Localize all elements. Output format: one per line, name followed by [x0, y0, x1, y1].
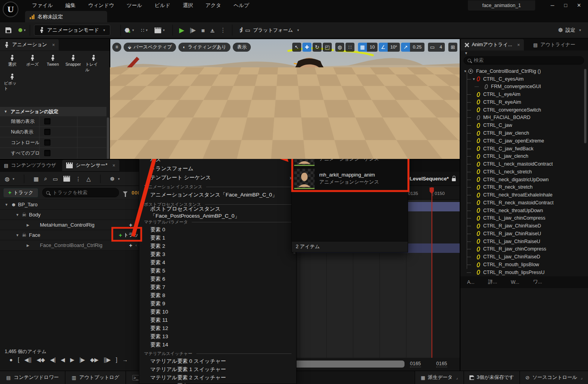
- tab-sequencer[interactable]: シーケンサー* ×: [62, 160, 119, 171]
- lock-icon[interactable]: [452, 178, 456, 181]
- menu-item-element[interactable]: 要素 0: [139, 225, 296, 234]
- outliner-node[interactable]: CTRL_R_jaw_chinCompress: [460, 245, 583, 253]
- menu-item[interactable]: テンプレート シーケンス ›: [139, 173, 296, 182]
- source-control-button[interactable]: ⊘ ソースコントロール ⌟: [520, 371, 588, 384]
- transport-button[interactable]: ]: [116, 357, 117, 363]
- outliner-node[interactable]: FRM_convergenceGUI: [460, 83, 583, 91]
- close-icon[interactable]: ×: [517, 42, 520, 48]
- settings-gear-icon[interactable]: ☸: [399, 133, 405, 139]
- find-asset-icon[interactable]: ⌕: [44, 175, 47, 182]
- scale-snap[interactable]: ↗ 0.25: [401, 43, 424, 52]
- outliner-node[interactable]: CTRL_R_mouth_lipsBlow: [460, 261, 583, 269]
- menu-item-switcher[interactable]: マテリアル要素 0 スイッチャー: [139, 357, 296, 365]
- save-button[interactable]: [5, 27, 11, 33]
- asset-search-input[interactable]: アセットを検索: [295, 132, 388, 141]
- transport-button[interactable]: ◀◆: [36, 357, 45, 363]
- more-options-icon[interactable]: ⋮: [76, 176, 81, 182]
- anim-tool-button[interactable]: Tween: [45, 55, 61, 73]
- working-end-frame-field[interactable]: 0165: [436, 361, 447, 367]
- panel-divider[interactable]: [460, 39, 460, 371]
- outliner-node[interactable]: CTRL_R_neck_stretch: [460, 183, 583, 191]
- outliner-node[interactable]: ▼ CTRL_C_eyesAim: [460, 75, 583, 83]
- move[interactable]: ✚: [302, 43, 311, 52]
- select[interactable]: ↖: [292, 43, 301, 52]
- menu-item[interactable]: パス ›: [139, 155, 296, 164]
- unreal-logo-icon[interactable]: U: [3, 2, 18, 17]
- menu-item-postprocess-instance[interactable]: ポストプロセスインスタンス「Face_PostProcess_AnimBP_C_…: [139, 208, 296, 217]
- outliner-node[interactable]: CTRL_neck_throatExhaleInhale: [460, 191, 583, 199]
- expander-icon[interactable]: ▼: [472, 77, 477, 81]
- outliner-node[interactable]: CTRL_R_jaw_ChinRaiseU: [460, 230, 583, 238]
- menu-item-element[interactable]: 要素 3: [139, 250, 296, 258]
- expander-icon[interactable]: ▼: [16, 233, 22, 237]
- menubar-item[interactable]: 編集: [60, 0, 81, 11]
- sequence-name[interactable]: wLevelSequence*: [406, 176, 449, 182]
- outliner-node[interactable]: CTRL_L_neck_mastoidContract: [460, 160, 583, 168]
- transport-button[interactable]: ▶: [70, 357, 74, 363]
- menu-item-element[interactable]: 要素 4: [139, 258, 296, 267]
- viewport-menu-icon[interactable]: ≡: [112, 43, 121, 52]
- checkbox[interactable]: [44, 150, 50, 156]
- scale[interactable]: ◰: [323, 43, 332, 52]
- playhead-marker[interactable]: [429, 187, 434, 194]
- transport-button[interactable]: →: [122, 357, 128, 363]
- add-actor-button[interactable]: ⬣+▾: [125, 26, 134, 34]
- scrollbar[interactable]: [107, 117, 109, 164]
- outliner-node[interactable]: CTRL_neck_throatUpDown: [460, 207, 583, 215]
- outliner-node[interactable]: CTRL_R_jaw_clench: [460, 129, 583, 137]
- panel-tab[interactable]: A...: [460, 276, 478, 288]
- outliner-node[interactable]: CTRL_R_mouth_lipsPressU: [460, 269, 583, 276]
- animation-settings-header[interactable]: ▼ アニメーションの設定: [0, 107, 106, 116]
- content-drawer-button[interactable]: ▤ コンテンツドロワー: [0, 371, 65, 384]
- menubar-item[interactable]: ウィンドウ: [83, 0, 120, 11]
- transport-button[interactable]: ◀|: [50, 357, 56, 363]
- maximize-button[interactable]: □: [559, 0, 572, 10]
- snap-icon[interactable]: ↗: [401, 43, 410, 52]
- menu-item[interactable]: トランスフォーム ›: [139, 164, 296, 173]
- face_animation_jp_bsweight[interactable]: face_animation_jp_bsweight アニメーションシーケンス: [292, 144, 408, 167]
- camera-speed-control[interactable]: ▭ 4: [428, 43, 445, 52]
- anim-tool-button[interactable]: トレイル: [85, 55, 102, 73]
- menubar-item[interactable]: ヘルプ: [228, 0, 255, 11]
- anim-tool-button[interactable]: Snapper: [65, 55, 81, 73]
- panel-tab[interactable]: W...: [504, 276, 523, 288]
- outliner-node[interactable]: CTRL_L_jaw_clench: [460, 152, 583, 160]
- anim-tool-button[interactable]: ポーズ: [24, 55, 41, 73]
- render-movie-icon[interactable]: [63, 177, 70, 182]
- editor-mode-dropdown[interactable]: ▾: [18, 28, 26, 32]
- outliner-node[interactable]: MH_FACIAL_BOARD: [460, 114, 583, 122]
- minimize-button[interactable]: ─: [546, 0, 559, 10]
- track-search-input[interactable]: トラックを検索: [42, 188, 119, 197]
- transport-button[interactable]: |▶: [79, 357, 85, 363]
- checkbox[interactable]: [44, 129, 50, 135]
- transport-button[interactable]: ●: [9, 357, 13, 363]
- panel-tab[interactable]: ワ...: [526, 276, 546, 288]
- menu-item-element[interactable]: 要素 2: [139, 242, 296, 250]
- camera-icon[interactable]: ▭: [53, 176, 58, 182]
- menubar-item[interactable]: ツール: [121, 0, 148, 11]
- outliner-scrollbar[interactable]: [584, 69, 586, 143]
- menu-item-element[interactable]: 要素 7: [139, 283, 296, 291]
- transport-button[interactable]: ◀: [61, 357, 65, 363]
- mh_arkit_mapping_anim[interactable]: mh_arkit_mapping_anim アニメーションシーケンス: [292, 167, 408, 190]
- tab-animation[interactable]: アニメーション ×: [0, 39, 59, 50]
- world-space-toggle[interactable]: ◍: [335, 43, 344, 52]
- menu-item-switcher[interactable]: マテリアル要素 3 スイッチャー: [139, 382, 296, 384]
- panel-divider[interactable]: [110, 39, 110, 159]
- grid-snap[interactable]: ▦ 10: [358, 43, 378, 52]
- outliner-options-expander[interactable]: ▼: [460, 50, 588, 56]
- menu-item-element[interactable]: 要素 9: [139, 299, 296, 308]
- menubar-item[interactable]: ビルド: [149, 0, 176, 11]
- quad-view-button[interactable]: ⊞: [448, 43, 457, 52]
- menu-item[interactable]: イベント ›: [139, 146, 296, 155]
- rotate[interactable]: ↻: [313, 43, 322, 52]
- step-forward-button[interactable]: |▶: [190, 27, 196, 34]
- show-dropdown[interactable]: 表示: [233, 43, 251, 52]
- menu-item-element[interactable]: 要素 11: [139, 316, 296, 324]
- anim-tool-button[interactable]: ピボット: [4, 74, 20, 92]
- menu-item-element[interactable]: 要素 13: [139, 332, 296, 341]
- add-section-button[interactable]: +: [129, 242, 132, 249]
- outliner-node[interactable]: CTRL_C_jaw: [460, 121, 583, 129]
- surface-snap-toggle[interactable]: ∷: [345, 43, 354, 52]
- output-log-button[interactable]: ▥ アウトプットログ: [65, 371, 126, 384]
